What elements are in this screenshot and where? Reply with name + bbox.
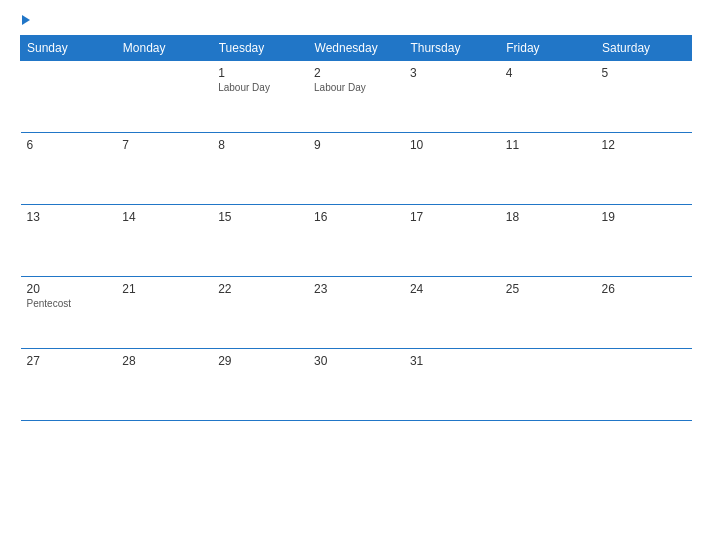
day-number: 18	[506, 210, 590, 224]
calendar-cell: 24	[404, 277, 500, 349]
day-number: 7	[122, 138, 206, 152]
calendar-cell: 14	[116, 205, 212, 277]
logo	[20, 15, 30, 25]
calendar-week-row: 2728293031	[21, 349, 692, 421]
calendar-cell: 31	[404, 349, 500, 421]
day-number: 30	[314, 354, 398, 368]
calendar-cell: 12	[596, 133, 692, 205]
holiday-label: Labour Day	[314, 82, 398, 93]
calendar-cell: 13	[21, 205, 117, 277]
col-friday: Friday	[500, 36, 596, 61]
calendar-cell: 3	[404, 61, 500, 133]
page: Sunday Monday Tuesday Wednesday Thursday…	[0, 0, 712, 550]
day-number: 16	[314, 210, 398, 224]
calendar-header-row: Sunday Monday Tuesday Wednesday Thursday…	[21, 36, 692, 61]
calendar-week-row: 1Labour Day2Labour Day345	[21, 61, 692, 133]
day-number: 9	[314, 138, 398, 152]
calendar-cell: 16	[308, 205, 404, 277]
day-number: 20	[27, 282, 111, 296]
calendar-cell	[500, 349, 596, 421]
day-number: 2	[314, 66, 398, 80]
day-number: 23	[314, 282, 398, 296]
calendar-cell: 17	[404, 205, 500, 277]
day-number: 1	[218, 66, 302, 80]
holiday-label: Pentecost	[27, 298, 111, 309]
calendar-cell: 29	[212, 349, 308, 421]
calendar-cell: 30	[308, 349, 404, 421]
col-tuesday: Tuesday	[212, 36, 308, 61]
calendar-cell: 8	[212, 133, 308, 205]
calendar-week-row: 6789101112	[21, 133, 692, 205]
logo-blue-text	[20, 15, 30, 25]
day-number: 14	[122, 210, 206, 224]
day-number: 29	[218, 354, 302, 368]
col-monday: Monday	[116, 36, 212, 61]
col-wednesday: Wednesday	[308, 36, 404, 61]
calendar-cell	[116, 61, 212, 133]
calendar-cell: 6	[21, 133, 117, 205]
calendar-cell: 2Labour Day	[308, 61, 404, 133]
day-number: 21	[122, 282, 206, 296]
logo-triangle-icon	[22, 15, 30, 25]
day-number: 5	[602, 66, 686, 80]
calendar-week-row: 20Pentecost212223242526	[21, 277, 692, 349]
calendar-cell: 5	[596, 61, 692, 133]
col-saturday: Saturday	[596, 36, 692, 61]
calendar-cell	[596, 349, 692, 421]
day-number: 31	[410, 354, 494, 368]
calendar-cell: 22	[212, 277, 308, 349]
col-thursday: Thursday	[404, 36, 500, 61]
day-number: 10	[410, 138, 494, 152]
day-number: 15	[218, 210, 302, 224]
day-number: 6	[27, 138, 111, 152]
calendar-cell: 18	[500, 205, 596, 277]
calendar-cell: 19	[596, 205, 692, 277]
day-number: 17	[410, 210, 494, 224]
calendar-cell	[21, 61, 117, 133]
calendar-table: Sunday Monday Tuesday Wednesday Thursday…	[20, 35, 692, 421]
day-number: 3	[410, 66, 494, 80]
day-number: 11	[506, 138, 590, 152]
calendar-cell: 10	[404, 133, 500, 205]
calendar-cell: 27	[21, 349, 117, 421]
calendar-cell: 9	[308, 133, 404, 205]
day-number: 24	[410, 282, 494, 296]
col-sunday: Sunday	[21, 36, 117, 61]
calendar-cell: 25	[500, 277, 596, 349]
header	[20, 15, 692, 25]
day-number: 8	[218, 138, 302, 152]
calendar-cell: 21	[116, 277, 212, 349]
day-number: 28	[122, 354, 206, 368]
calendar-cell: 7	[116, 133, 212, 205]
calendar-cell: 1Labour Day	[212, 61, 308, 133]
day-number: 22	[218, 282, 302, 296]
calendar-week-row: 13141516171819	[21, 205, 692, 277]
calendar-cell: 26	[596, 277, 692, 349]
calendar-cell: 23	[308, 277, 404, 349]
calendar-cell: 11	[500, 133, 596, 205]
calendar-cell: 15	[212, 205, 308, 277]
calendar-cell: 28	[116, 349, 212, 421]
day-number: 25	[506, 282, 590, 296]
holiday-label: Labour Day	[218, 82, 302, 93]
day-number: 19	[602, 210, 686, 224]
day-number: 27	[27, 354, 111, 368]
day-number: 12	[602, 138, 686, 152]
day-number: 13	[27, 210, 111, 224]
day-number: 4	[506, 66, 590, 80]
day-number: 26	[602, 282, 686, 296]
calendar-cell: 20Pentecost	[21, 277, 117, 349]
calendar-cell: 4	[500, 61, 596, 133]
